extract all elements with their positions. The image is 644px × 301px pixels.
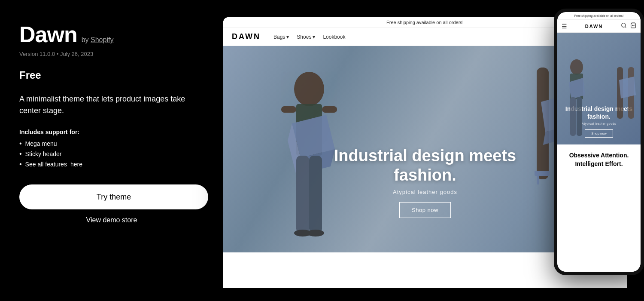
phone-announcement-bar: Free shipping available on all orders! xyxy=(557,12,641,20)
phone-logo: DAWN xyxy=(585,24,603,29)
features-here-link[interactable]: here xyxy=(70,161,82,168)
svg-point-29 xyxy=(570,59,583,75)
svg-point-13 xyxy=(307,230,324,236)
hamburger-icon[interactable]: ☰ xyxy=(562,23,567,30)
theme-description: A minimalist theme that lets product ima… xyxy=(19,93,204,117)
svg-point-3 xyxy=(294,72,324,106)
phone-hero-section: Industrial design meets fashion. Atypica… xyxy=(557,33,641,144)
svg-rect-6 xyxy=(322,106,337,113)
phone-mockup: Free shipping available on all orders! ☰… xyxy=(554,9,644,275)
svg-rect-10 xyxy=(296,156,309,233)
version-info: Version 11.0.0 • July 26, 2023 xyxy=(19,51,204,57)
shoes-chevron-icon: ▾ xyxy=(313,34,315,40)
svg-rect-5 xyxy=(281,106,296,113)
phone-nav-icons xyxy=(621,22,636,30)
view-demo-button[interactable]: View demo store xyxy=(19,216,204,224)
phone-lower-text: Obsessive Attention. Intelligent Effort. xyxy=(562,151,635,168)
theme-title: Dawn xyxy=(19,22,77,47)
includes-label: Includes support for: xyxy=(19,129,204,135)
store-logo: DAWN xyxy=(232,32,261,41)
svg-rect-32 xyxy=(570,97,576,136)
hero-text-overlay: Industrial design meets fashion. Atypica… xyxy=(318,146,532,218)
try-theme-button[interactable]: Try theme xyxy=(19,184,208,209)
svg-point-27 xyxy=(622,23,626,27)
feature-see-all: See all features here xyxy=(19,160,204,168)
phone-figure-right-svg xyxy=(613,67,638,144)
nav-bags[interactable]: Bags ▾ xyxy=(273,34,289,40)
svg-rect-33 xyxy=(577,97,582,136)
phone-cart-icon[interactable] xyxy=(630,22,636,30)
title-row: Dawn by Shopify xyxy=(19,22,204,47)
nav-links: Bags ▾ Shoes ▾ Lookbook xyxy=(273,34,583,40)
svg-rect-16 xyxy=(535,171,550,176)
phone-navigation: ☰ DAWN xyxy=(557,20,641,33)
right-panel: Free shipping available on all orders! D… xyxy=(223,0,644,301)
by-shopify-label: by Shopify xyxy=(82,36,114,44)
hero-headline: Industrial design meets fashion. xyxy=(318,146,532,185)
feature-mega-menu: Mega menu xyxy=(19,140,204,147)
svg-marker-36 xyxy=(619,77,636,98)
phone-screen: Free shipping available on all orders! ☰… xyxy=(557,12,641,272)
phone-search-icon[interactable] xyxy=(621,22,627,30)
features-list: Mega menu Sticky header See all features… xyxy=(19,140,204,171)
left-panel: Dawn by Shopify Version 11.0.0 • July 26… xyxy=(0,0,223,301)
phone-figure-svg xyxy=(559,58,594,144)
hero-subtext: Atypical leather goods xyxy=(318,189,532,195)
svg-rect-17 xyxy=(537,176,539,184)
nav-lookbook[interactable]: Lookbook xyxy=(323,34,345,40)
shop-now-button[interactable]: Shop now xyxy=(399,202,451,218)
nav-shoes[interactable]: Shoes ▾ xyxy=(297,34,315,40)
shopify-link[interactable]: Shopify xyxy=(91,36,113,43)
feature-sticky-header: Sticky header xyxy=(19,150,204,158)
bags-chevron-icon: ▾ xyxy=(286,34,289,40)
price-badge: Free xyxy=(19,69,204,81)
phone-lower-section: Obsessive Attention. Intelligent Effort. xyxy=(557,144,641,272)
